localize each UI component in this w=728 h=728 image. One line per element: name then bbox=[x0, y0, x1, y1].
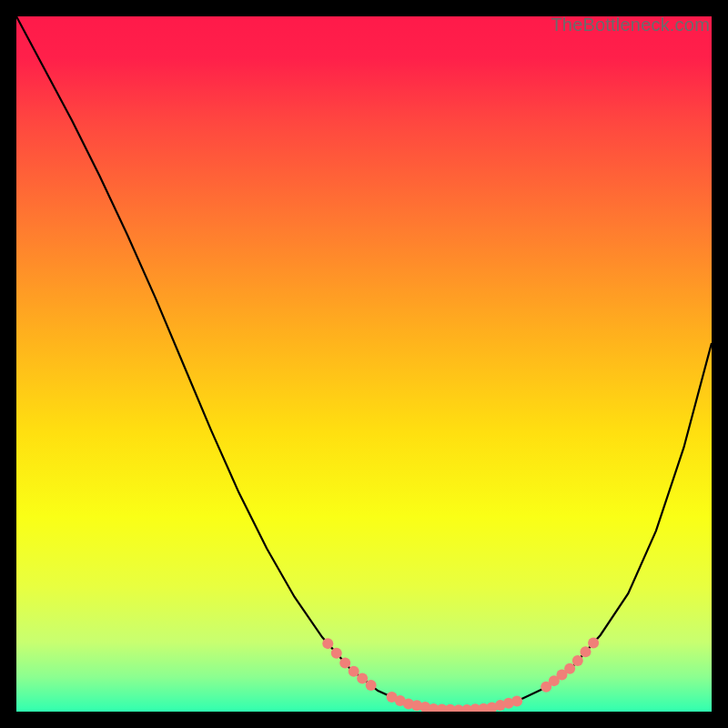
highlight-dot bbox=[572, 655, 583, 666]
highlight-dot bbox=[580, 646, 591, 657]
highlight-dot bbox=[349, 666, 359, 677]
chart-frame: TheBottleneck.com bbox=[16, 16, 712, 712]
highlight-dot bbox=[564, 663, 575, 674]
gradient-background bbox=[16, 16, 712, 712]
highlight-dot bbox=[366, 680, 377, 691]
highlight-dot bbox=[357, 672, 368, 683]
highlight-dot bbox=[339, 657, 350, 668]
chart-svg bbox=[16, 16, 712, 712]
highlight-dot bbox=[331, 648, 342, 659]
watermark-text: TheBottleneck.com bbox=[551, 15, 710, 35]
highlight-dot bbox=[588, 638, 599, 649]
highlight-dot bbox=[322, 638, 333, 649]
highlight-dot bbox=[511, 696, 522, 707]
